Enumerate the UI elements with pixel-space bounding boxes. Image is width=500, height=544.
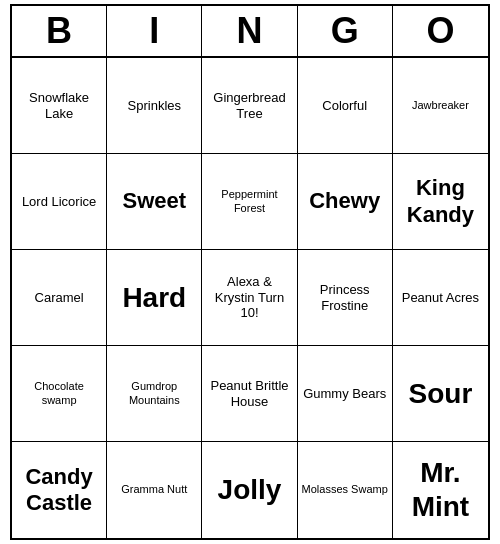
bingo-card: BINGO Snowflake LakeSprinklesGingerbread…: [10, 4, 490, 540]
header-letter: G: [298, 6, 393, 56]
header-letter: O: [393, 6, 488, 56]
bingo-cell: Peppermint Forest: [202, 154, 297, 250]
bingo-cell: Jolly: [202, 442, 297, 538]
bingo-cell: Jawbreaker: [393, 58, 488, 154]
header-letter: I: [107, 6, 202, 56]
bingo-cell: Alexa & Krystin Turn 10!: [202, 250, 297, 346]
bingo-cell: Gingerbread Tree: [202, 58, 297, 154]
bingo-cell: King Kandy: [393, 154, 488, 250]
bingo-cell: Sweet: [107, 154, 202, 250]
bingo-cell: Lord Licorice: [12, 154, 107, 250]
bingo-cell: Gumdrop Mountains: [107, 346, 202, 442]
bingo-cell: Peanut Acres: [393, 250, 488, 346]
header-letter: N: [202, 6, 297, 56]
bingo-cell: Hard: [107, 250, 202, 346]
bingo-cell: Chocolate swamp: [12, 346, 107, 442]
bingo-cell: Caramel: [12, 250, 107, 346]
bingo-cell: Gummy Bears: [298, 346, 393, 442]
bingo-cell: Gramma Nutt: [107, 442, 202, 538]
bingo-cell: Colorful: [298, 58, 393, 154]
bingo-cell: Peanut Brittle House: [202, 346, 297, 442]
bingo-grid: Snowflake LakeSprinklesGingerbread TreeC…: [12, 58, 488, 538]
bingo-cell: Candy Castle: [12, 442, 107, 538]
bingo-cell: Sprinkles: [107, 58, 202, 154]
bingo-cell: Snowflake Lake: [12, 58, 107, 154]
bingo-header: BINGO: [12, 6, 488, 58]
bingo-cell: Princess Frostine: [298, 250, 393, 346]
header-letter: B: [12, 6, 107, 56]
bingo-cell: Chewy: [298, 154, 393, 250]
bingo-cell: Sour: [393, 346, 488, 442]
bingo-cell: Mr. Mint: [393, 442, 488, 538]
bingo-cell: Molasses Swamp: [298, 442, 393, 538]
